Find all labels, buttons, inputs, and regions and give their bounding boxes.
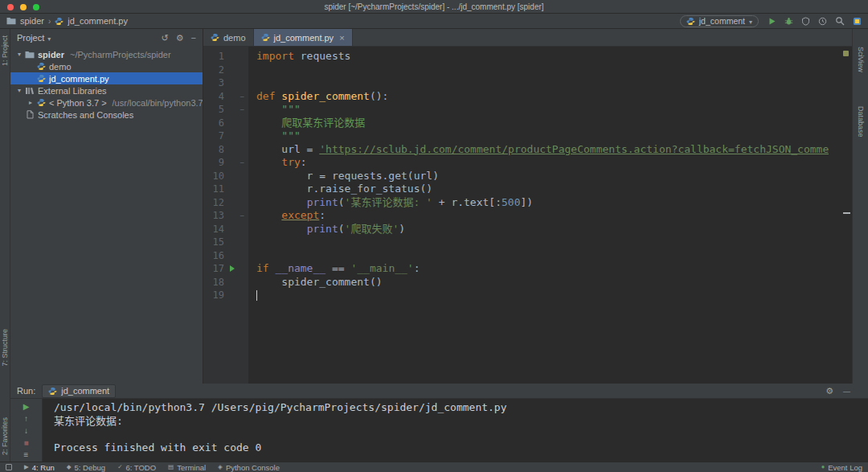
debug-icon: ◆	[67, 464, 72, 470]
debug-button-icon[interactable]	[784, 17, 793, 26]
hide-run-panel-icon[interactable]	[843, 387, 850, 396]
line-number: 3	[203, 76, 224, 90]
sync-icon[interactable]	[161, 34, 168, 43]
statusbar-item-label: Event Log	[828, 463, 862, 472]
line-number: 4	[203, 90, 224, 104]
updates-button-icon[interactable]	[853, 17, 862, 26]
run-tab[interactable]: jd_comment	[42, 384, 116, 398]
error-stripe-mark[interactable]	[843, 212, 850, 214]
tree-item-scratches-and-consoles[interactable]: Scratches and Consoles	[10, 109, 203, 121]
tree-item-spider[interactable]: ▾spider~/PycharmProjects/spider	[10, 48, 203, 60]
statusbar-item-4-run[interactable]: ▶4: Run	[24, 463, 55, 472]
code-line-9[interactable]: 9 try:	[203, 156, 852, 170]
code-line-12[interactable]: 12 print('某东评论数据: ' + r.text[:500])	[203, 196, 852, 210]
editor-tabs: demojd_comment.py	[203, 29, 852, 47]
project-tool-window: Project ▾spider~/PycharmProjects/spiderd…	[10, 29, 203, 384]
code-text	[248, 236, 256, 249]
tree-item-python-3-7[interactable]: ▸< Python 3.7 >/usr/local/bin/python3.7	[10, 96, 203, 109]
gutter: 19	[203, 289, 248, 302]
tree-item-jd-comment-py[interactable]: jd_comment.py	[10, 72, 203, 84]
run-config-selector[interactable]: jd_comment	[680, 15, 759, 27]
run-icon: ▶	[24, 464, 29, 470]
tool-window-toggle-icon[interactable]	[6, 464, 12, 470]
code-line-16[interactable]: 16	[203, 249, 852, 263]
tree-item-demo[interactable]: demo	[10, 60, 203, 72]
line-number: 9	[203, 156, 224, 170]
code-line-6[interactable]: 6 爬取某东评论数据	[203, 117, 852, 130]
chevron-right-icon[interactable]: ▸	[26, 99, 35, 106]
tree-item-label: jd_comment.py	[49, 74, 109, 84]
statusbar-item-python-console[interactable]: ◈Python Console	[218, 463, 280, 472]
editor-tab-demo[interactable]: demo	[203, 29, 254, 46]
gutter: 7	[203, 129, 248, 143]
editor-tab-jd-comment-py[interactable]: jd_comment.py	[254, 29, 353, 46]
run-console[interactable]: /usr/local/bin/python3.7 /Users/pig/Pych…	[43, 399, 868, 462]
statusbar-item-6-todo[interactable]: ✓6: TODO	[117, 463, 156, 472]
console-line: /usr/local/bin/python3.7 /Users/pig/Pych…	[54, 401, 868, 415]
stop-icon[interactable]: ■	[23, 439, 28, 447]
run-settings-icon[interactable]	[825, 387, 833, 396]
tree-item-external-libraries[interactable]: ▾External Libraries	[10, 84, 203, 96]
code-line-19[interactable]: 19	[203, 289, 852, 302]
options-menu-icon[interactable]: ≡	[24, 451, 29, 459]
chevron-down-icon[interactable]: ▾	[14, 87, 24, 94]
profiler-button-icon[interactable]	[818, 17, 827, 26]
statusbar-item-label: 5: Debug	[75, 463, 106, 472]
breadcrumb-file[interactable]: jd_comment.py	[68, 16, 128, 26]
statusbar-item-5-debug[interactable]: ◆5: Debug	[67, 463, 105, 472]
breadcrumb: spider jd_comment.py	[6, 16, 128, 26]
breadcrumb-project[interactable]: spider	[20, 16, 44, 26]
code-line-11[interactable]: 11 r.raise_for_status()	[203, 183, 852, 196]
code-line-14[interactable]: 14 print('爬取失败')	[203, 223, 852, 236]
navigation-bar: spider jd_comment.py jd_comment	[0, 14, 868, 29]
minimize-window-button[interactable]	[20, 4, 27, 10]
zoom-window-button[interactable]	[33, 4, 39, 10]
code-line-8[interactable]: 8 url = 'https://sclub.jd.com/comment/pr…	[203, 143, 852, 157]
hide-panel-icon[interactable]	[191, 34, 196, 43]
code-line-1[interactable]: 1import requests	[203, 50, 852, 64]
tool-stripe-structure[interactable]: 7: Structure	[1, 329, 9, 367]
chevron-down-icon[interactable]	[47, 33, 51, 43]
search-everywhere-button-icon[interactable]	[835, 16, 845, 26]
code-line-2[interactable]: 2	[203, 64, 852, 77]
tool-stripe-favorites[interactable]: 2: Favorites	[1, 417, 9, 455]
up-stack-icon[interactable]: ↑	[24, 415, 28, 423]
code-line-3[interactable]: 3	[203, 76, 852, 90]
console-line: 某东评论数据:	[54, 415, 868, 429]
line-number: 8	[203, 143, 224, 157]
code-text	[248, 249, 256, 263]
code-line-15[interactable]: 15	[203, 236, 852, 249]
coverage-button-icon[interactable]	[801, 17, 810, 26]
line-number: 16	[203, 249, 224, 263]
rerun-icon[interactable]: ▶	[23, 403, 30, 411]
code-text: import requests	[248, 50, 350, 64]
gutter: 2	[203, 64, 248, 77]
code-text: url = 'https://sclub.jd.com/comment/prod…	[248, 143, 829, 157]
close-tab-icon[interactable]	[338, 33, 344, 43]
gutter: 8	[203, 143, 248, 157]
code-line-7[interactable]: 7 """	[203, 129, 852, 143]
code-line-4[interactable]: 4def spider_comment():	[203, 90, 852, 104]
code-line-17[interactable]: 17if __name__ == '__main__':	[203, 262, 852, 276]
run-line-icon[interactable]	[230, 265, 235, 272]
chevron-down-icon[interactable]: ▾	[14, 51, 24, 58]
tool-stripe-project[interactable]: 1: Project	[1, 35, 9, 66]
statusbar-item-event-log[interactable]: ●Event Log	[821, 463, 862, 472]
gear-icon[interactable]	[176, 34, 184, 43]
tool-stripe-database[interactable]: Database	[857, 106, 865, 137]
code-line-5[interactable]: 5 """	[203, 103, 852, 117]
statusbar-item-terminal[interactable]: ▤Terminal	[168, 463, 206, 472]
run-button-icon[interactable]	[768, 17, 776, 26]
event-icon: ●	[821, 464, 825, 470]
line-number: 1	[203, 50, 224, 64]
python-file-icon	[55, 17, 63, 26]
inspection-status-icon[interactable]	[843, 51, 849, 56]
project-panel-title[interactable]: Project	[17, 33, 44, 43]
code-line-10[interactable]: 10 r = requests.get(url)	[203, 170, 852, 183]
tool-stripe-sciview[interactable]: SciView	[857, 47, 865, 72]
close-window-button[interactable]	[7, 4, 14, 10]
down-stack-icon[interactable]: ↓	[24, 427, 28, 435]
code-line-18[interactable]: 18 spider_comment()	[203, 276, 852, 289]
code-line-13[interactable]: 13 except:	[203, 209, 852, 223]
editor-code[interactable]: 1import requests234def spider_comment():…	[203, 47, 852, 384]
